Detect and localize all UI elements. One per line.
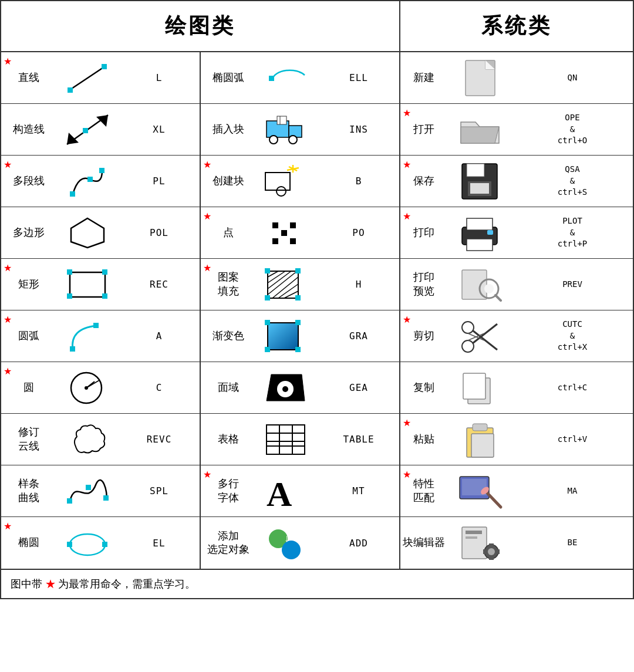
table-row: 样条 曲线 SPL bbox=[1, 465, 200, 517]
tool-icon bbox=[55, 264, 120, 305]
svg-marker-5 bbox=[67, 133, 79, 144]
tool-shortcut: TABLE bbox=[319, 434, 398, 445]
svg-line-0 bbox=[70, 66, 105, 90]
svg-rect-82 bbox=[467, 239, 493, 251]
tool-icon bbox=[55, 367, 120, 408]
svg-point-31 bbox=[289, 136, 297, 144]
svg-rect-25 bbox=[67, 542, 72, 547]
tool-name: 面域 bbox=[202, 381, 255, 394]
tool-icon bbox=[55, 109, 120, 150]
tool-name: 多边形 bbox=[2, 226, 55, 239]
svg-rect-105 bbox=[466, 536, 477, 539]
star-icon: ★ bbox=[403, 314, 411, 325]
svg-rect-2 bbox=[102, 64, 107, 69]
table-row: ★ 多段线 PL bbox=[1, 156, 200, 207]
tool-icon bbox=[255, 161, 319, 202]
svg-rect-81 bbox=[467, 218, 493, 230]
svg-rect-6 bbox=[83, 128, 88, 133]
tool-shortcut: L bbox=[120, 72, 198, 83]
table-row: 渐变色 bbox=[201, 310, 399, 362]
footer-text-2: 为最常用命令，需重点学习。 bbox=[58, 578, 195, 590]
star-icon: ★ bbox=[403, 107, 411, 119]
star-icon: ★ bbox=[203, 159, 211, 170]
table-row: ★ 圆 C bbox=[1, 362, 200, 414]
table-row: ★ 打开 OPE & ctrl+O bbox=[400, 104, 633, 156]
tool-name: 圆弧 bbox=[2, 329, 55, 343]
main-container: 绘图类 系统类 ★ 直线 L bbox=[0, 0, 634, 599]
tool-shortcut: GRA bbox=[319, 330, 398, 342]
svg-rect-57 bbox=[265, 320, 270, 325]
table-row: ★ 矩形 REC bbox=[1, 259, 200, 310]
footer-star: ★ bbox=[45, 578, 56, 590]
tool-name: 矩形 bbox=[2, 278, 55, 291]
sys-icon bbox=[447, 212, 512, 254]
tool-icon bbox=[55, 161, 120, 202]
sys-name: 打印 bbox=[400, 226, 447, 239]
svg-rect-95 bbox=[463, 373, 485, 399]
table-row: ★ 椭圆 EL bbox=[1, 517, 200, 569]
tool-shortcut: A bbox=[120, 330, 198, 342]
svg-rect-109 bbox=[489, 557, 494, 560]
tool-shortcut: SPL bbox=[120, 485, 198, 497]
tool-name: 样条 曲线 bbox=[2, 477, 55, 505]
svg-rect-23 bbox=[103, 495, 109, 501]
tool-shortcut: REC bbox=[120, 279, 198, 290]
tool-icon: A bbox=[255, 471, 319, 512]
tool-icon bbox=[55, 316, 120, 357]
sys-shortcut: CUTC & ctrl+X bbox=[512, 319, 633, 353]
svg-rect-32 bbox=[277, 116, 286, 124]
table-row: ★ 打印 PLOT & ctrl+P bbox=[400, 207, 633, 259]
svg-rect-55 bbox=[295, 295, 301, 300]
sys-icon bbox=[447, 367, 512, 408]
star-icon: ★ bbox=[403, 417, 411, 428]
svg-rect-41 bbox=[272, 238, 278, 244]
tool-name: 添加 选定对象 bbox=[202, 529, 255, 557]
content-row: ★ 直线 L 构造线 bbox=[1, 52, 633, 569]
tool-name: 创建块 bbox=[202, 174, 255, 188]
svg-rect-53 bbox=[295, 268, 301, 273]
svg-rect-39 bbox=[272, 222, 278, 228]
table-row: ★ 剪切 CUTC & ctrl+X bbox=[400, 310, 633, 362]
sys-shortcut: PREV bbox=[512, 279, 633, 291]
svg-rect-12 bbox=[67, 269, 72, 275]
tool-name: 直线 bbox=[2, 71, 55, 85]
svg-rect-43 bbox=[281, 230, 287, 236]
svg-rect-63 bbox=[267, 425, 305, 454]
sys-icon bbox=[447, 58, 512, 99]
table-row: 椭圆弧 ELL bbox=[201, 52, 399, 104]
tool-shortcut: XL bbox=[120, 124, 198, 135]
sys-name: 保存 bbox=[400, 174, 447, 188]
tool-shortcut: MT bbox=[319, 485, 398, 497]
svg-rect-17 bbox=[93, 323, 99, 328]
tool-name: 构造线 bbox=[2, 123, 55, 136]
tool-shortcut: C bbox=[120, 382, 198, 393]
sys-icon bbox=[447, 161, 512, 202]
tool-name: 多段线 bbox=[2, 174, 55, 188]
tool-shortcut: B bbox=[319, 175, 398, 187]
table-row: ★ 特性 匹配 MA bbox=[400, 465, 633, 517]
table-row: 插入块 INS bbox=[201, 104, 399, 156]
tool-shortcut: H bbox=[319, 279, 398, 290]
sys-name: 块编辑器 bbox=[400, 536, 447, 549]
svg-rect-56 bbox=[268, 323, 298, 350]
tool-name: 点 bbox=[202, 226, 255, 239]
sys-name: 剪切 bbox=[400, 329, 447, 343]
svg-rect-77 bbox=[467, 164, 484, 177]
svg-point-107 bbox=[488, 548, 495, 555]
table-row: 多边形 POL bbox=[1, 207, 200, 259]
svg-text:A: A bbox=[267, 475, 292, 514]
tool-name: 圆 bbox=[2, 381, 55, 394]
sys-shortcut: QSA & ctrl+S bbox=[512, 164, 633, 198]
tool-name: 椭圆弧 bbox=[202, 71, 255, 85]
table-row: ★ 创建块 B bbox=[201, 156, 399, 207]
svg-rect-52 bbox=[265, 268, 270, 273]
tool-name: 多行 字体 bbox=[202, 477, 255, 505]
svg-rect-60 bbox=[295, 347, 301, 352]
footer-text: 图中带 bbox=[11, 578, 45, 590]
tool-name: 表格 bbox=[202, 433, 255, 446]
svg-rect-40 bbox=[290, 222, 296, 228]
svg-rect-7 bbox=[70, 191, 75, 197]
sys-shortcut: BE bbox=[512, 537, 633, 549]
tool-name: 椭圆 bbox=[2, 536, 55, 549]
table-row: 修订 云线 REVC bbox=[1, 414, 200, 465]
